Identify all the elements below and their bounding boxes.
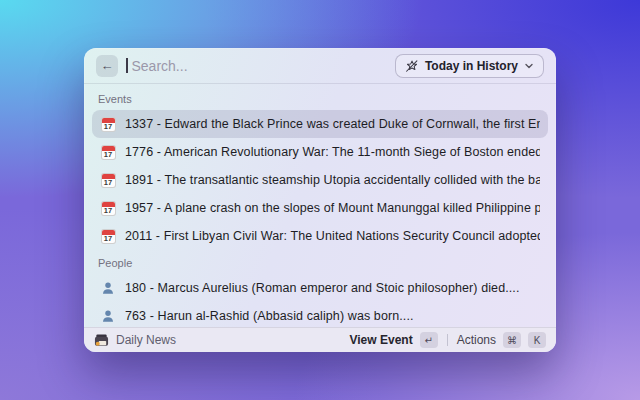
person-icon [101,309,115,323]
section-header: Events [92,86,548,110]
calendar-icon: 17 [100,116,116,132]
section-header: People [92,250,548,274]
list-item[interactable]: 180 - Marcus Aurelius (Roman emperor and… [92,274,548,302]
person-icon [100,308,116,324]
cmd-keycap: ⌘ [503,332,521,348]
list-item[interactable]: 17 1776 - American Revolutionary War: Th… [92,138,548,166]
k-keycap: K [528,332,546,348]
desktop-background: ← Search... Today in History [0,0,640,400]
return-keycap: ↵ [420,332,438,348]
search-bar: ← Search... Today in History [84,48,556,84]
footer-app-label: Daily News [116,333,176,347]
calendar-icon: 17 [101,201,116,216]
mode-label: Today in History [425,59,518,73]
text-caret [126,58,128,73]
calendar-icon: 17 [100,228,116,244]
view-event-button[interactable]: View Event [350,333,413,347]
calendar-icon: 17 [101,117,116,132]
list-item[interactable]: 17 1957 - A plane crash on the slopes of… [92,194,548,222]
mode-dropdown[interactable]: Today in History [395,54,544,78]
chevron-down-icon [524,61,534,71]
results-list: Events 17 1337 - Edward the Black Prince… [84,84,556,327]
footer-bar: Daily News View Event ↵ Actions ⌘ K [84,327,556,352]
calendar-icon: 17 [100,172,116,188]
list-item[interactable]: 17 2011 - First Libyan Civil War: The Un… [92,222,548,250]
list-item[interactable]: 17 1337 - Edward the Black Prince was cr… [92,110,548,138]
footer-divider [447,334,448,346]
back-arrow-icon: ← [101,58,114,73]
calendar-icon: 17 [100,200,116,216]
launcher-window: ← Search... Today in History [84,48,556,352]
actions-button[interactable]: Actions [457,333,496,347]
back-button[interactable]: ← [96,55,118,77]
calendar-icon: 17 [101,173,116,188]
daily-news-app-icon [94,333,109,348]
calendar-icon: 17 [101,229,116,244]
list-item[interactable]: 763 - Harun al-Rashid (Abbasid caliph) w… [92,302,548,327]
search-input[interactable]: Search... [132,58,387,74]
list-item[interactable]: 17 1891 - The transatlantic steamship Ut… [92,166,548,194]
calendar-icon: 17 [101,145,116,160]
calendar-icon: 17 [100,144,116,160]
footer-app: Daily News [94,333,343,348]
person-icon [101,281,115,295]
shooting-star-icon [405,59,419,73]
person-icon [100,280,116,296]
